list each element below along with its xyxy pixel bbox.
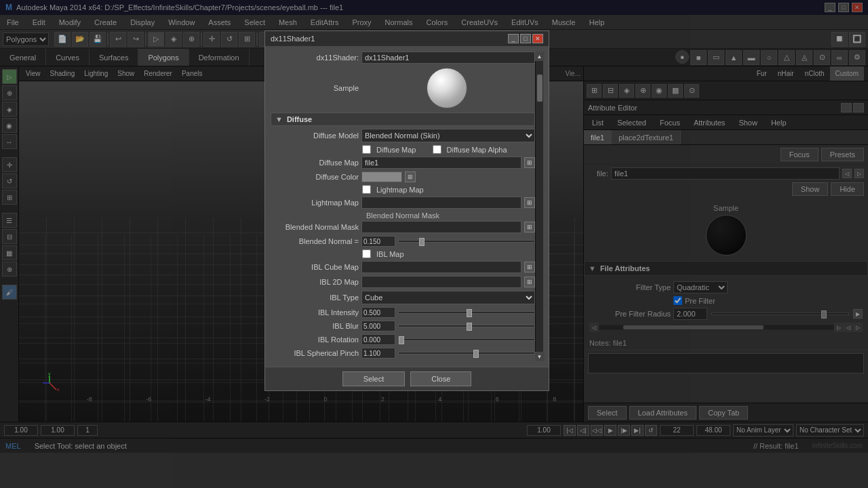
diffuse-map-connect-btn[interactable]: ⊞ xyxy=(524,157,535,168)
lightmap-map-input[interactable] xyxy=(361,197,521,209)
shader-dialog-buttons: Select Close xyxy=(265,367,549,390)
diffuse-map-input[interactable] xyxy=(361,157,521,169)
diffuse-model-row: Diffuse Model Blended Normal (Skin) xyxy=(271,129,535,142)
ibl-rotation-slider xyxy=(361,334,535,345)
ibl-blur-label: IBL Blur xyxy=(271,322,359,330)
shader-scroll-down[interactable]: ▼ xyxy=(535,352,545,361)
shader-dialog-title-buttons: _ □ ✕ xyxy=(508,34,543,43)
ibl-2d-connect-btn[interactable]: ⊞ xyxy=(524,277,535,287)
ibl-map-check-row: IBL Map xyxy=(271,249,535,258)
ibl-intensity-input[interactable] xyxy=(361,307,395,318)
ibl-spherical-label: IBL Spherical Pinch xyxy=(271,349,359,357)
ibl-intensity-track[interactable] xyxy=(398,311,535,314)
ibl-spherical-slider xyxy=(361,348,535,359)
ibl-map-label: IBL Map xyxy=(376,250,404,258)
diffuse-map-alpha-label: Diffuse Map Alpha xyxy=(447,146,507,154)
shader-dialog-title[interactable]: dx11Shader1 _ □ ✕ xyxy=(265,31,549,46)
shader-close-button[interactable]: Close xyxy=(410,371,471,386)
lightmap-label: Lightmap Map xyxy=(376,186,424,194)
diffuse-color-label: Diffuse Color xyxy=(271,173,359,181)
diffuse-section-header[interactable]: ▼ Diffuse xyxy=(271,113,535,126)
ibl-spherical-track[interactable] xyxy=(398,352,535,354)
diffuse-map-check-row: Diffuse Map Diffuse Map Alpha xyxy=(271,145,535,154)
ibl-cube-map-row: IBL Cube Map ⊞ xyxy=(271,261,535,273)
shader-scrollbar-thumb[interactable] xyxy=(537,75,542,102)
lightmap-connect-btn[interactable]: ⊞ xyxy=(524,197,535,208)
shader-dialog-main: dx11Shader: Sample ▼ Diffuse Diffuse Mod… xyxy=(271,52,535,361)
ibl-rotation-track[interactable] xyxy=(398,338,535,341)
diffuse-map-check-label: Diffuse Map xyxy=(376,146,416,154)
ibl-intensity-row: IBL Intensity xyxy=(271,307,535,318)
ibl-intensity-slider xyxy=(361,307,535,318)
shader-dialog-title-text: dx11Shader1 xyxy=(271,35,315,43)
ibl-type-select[interactable]: Cube xyxy=(361,291,535,304)
ibl-map-checkbox[interactable] xyxy=(362,249,371,258)
ibl-blur-row: IBL Blur xyxy=(271,321,535,331)
diffuse-map-row: Diffuse Map ⊞ xyxy=(271,157,535,169)
shader-sample-row: Sample xyxy=(271,68,535,108)
shader-sample-ball xyxy=(427,68,467,108)
diffuse-map-checkbox[interactable] xyxy=(362,145,371,154)
ibl-rotation-input[interactable] xyxy=(361,334,395,345)
diffuse-model-select[interactable]: Blended Normal (Skin) xyxy=(361,129,535,142)
ibl-blur-input[interactable] xyxy=(361,321,395,331)
shader-select-button[interactable]: Select xyxy=(342,371,406,386)
blended-normal-mask-row: Blended Normal Mask ⊞ xyxy=(271,221,535,233)
diffuse-map-label: Diffuse Map xyxy=(271,159,359,167)
lightmap-map-label: Lightmap Map xyxy=(271,199,359,207)
ibl-cube-connect-btn[interactable]: ⊞ xyxy=(524,262,535,272)
diffuse-section-title: Diffuse xyxy=(287,115,312,123)
diffuse-color-swatch[interactable] xyxy=(361,171,402,182)
shader-scroll-up[interactable]: ▲ xyxy=(535,52,545,61)
shader-dialog: dx11Shader1 _ □ ✕ dx11Shader: Sample ▼ D… xyxy=(264,30,549,391)
blended-normal-mask-label: Blended Normal Mask xyxy=(271,223,359,231)
dx11-shader-input[interactable] xyxy=(361,52,535,64)
ibl-type-row: IBL Type Cube xyxy=(271,291,535,304)
shader-sample-label: Sample xyxy=(271,84,359,92)
ibl-rotation-label: IBL Rotation xyxy=(271,336,359,344)
ibl-2d-map-label: IBL 2D Map xyxy=(271,278,359,286)
ibl-intensity-label: IBL Intensity xyxy=(271,308,359,317)
shader-dialog-minimize[interactable]: _ xyxy=(508,34,519,43)
ibl-spherical-row: IBL Spherical Pinch xyxy=(271,348,535,359)
ibl-blur-slider xyxy=(361,321,535,331)
shader-dialog-body: dx11Shader: Sample ▼ Diffuse Diffuse Mod… xyxy=(265,46,549,367)
shader-dialog-close[interactable]: ✕ xyxy=(532,34,543,43)
lightmap-checkbox[interactable] xyxy=(362,185,371,194)
diffuse-collapse-icon: ▼ xyxy=(275,115,283,123)
diffuse-map-alpha-checkbox[interactable] xyxy=(433,145,441,154)
blended-normal-row: Blended Normal = xyxy=(271,236,535,247)
ibl-2d-map-row: IBL 2D Map ⊞ xyxy=(271,276,535,288)
lightmap-check-row: Lightmap Map xyxy=(271,185,535,194)
blended-normal-slider xyxy=(361,236,535,247)
blended-normal-mask-connect-btn[interactable]: ⊞ xyxy=(524,222,535,232)
ibl-rotation-row: IBL Rotation xyxy=(271,334,535,345)
blended-normal-track[interactable] xyxy=(398,240,535,243)
ibl-cube-map-label: IBL Cube Map xyxy=(271,263,359,271)
ibl-spherical-input[interactable] xyxy=(361,348,395,359)
ibl-blur-track[interactable] xyxy=(398,325,535,327)
ibl-type-label: IBL Type xyxy=(271,293,359,302)
shader-dialog-maximize[interactable]: □ xyxy=(520,34,531,43)
dx11-shader-row: dx11Shader: xyxy=(271,52,535,64)
dx11-shader-label: dx11Shader: xyxy=(271,54,359,62)
blended-normal-label: Blended Normal = xyxy=(271,237,359,245)
shader-dialog-scrollbar[interactable]: ▲ ▼ xyxy=(535,52,543,361)
lightmap-map-row: Lightmap Map ⊞ xyxy=(271,197,535,209)
diffuse-model-label: Diffuse Model xyxy=(271,131,359,140)
blended-normal-mask-input[interactable] xyxy=(361,221,521,233)
blended-normal-input[interactable] xyxy=(361,236,395,247)
diffuse-color-connect-btn[interactable]: ⊞ xyxy=(405,171,416,182)
ibl-cube-map-input[interactable] xyxy=(361,261,521,273)
diffuse-color-row: Diffuse Color ⊞ xyxy=(271,171,535,182)
blended-normal-mask-text: Blended Normal Mask xyxy=(271,211,535,220)
ibl-2d-map-input[interactable] xyxy=(361,276,521,288)
